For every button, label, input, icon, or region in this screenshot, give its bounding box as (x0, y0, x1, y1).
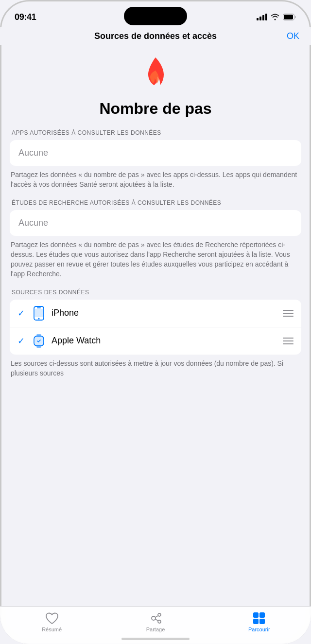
source-item-applewatch[interactable]: ✓ Apple Watch (10, 327, 301, 355)
svg-rect-3 (37, 307, 41, 308)
heart-icon (45, 611, 59, 625)
svg-rect-17 (253, 619, 259, 624)
status-icons (257, 14, 296, 20)
tab-parcourir-label: Parcourir (248, 626, 270, 632)
home-indicator (121, 638, 190, 640)
grid-icon (252, 611, 266, 625)
apps-description: Partagez les données « du nombre de pas … (11, 170, 301, 190)
ok-button[interactable]: OK (287, 31, 299, 41)
flame-icon (136, 55, 175, 94)
tab-resume[interactable]: Résumé (33, 611, 71, 632)
status-time: 09:41 (15, 12, 36, 22)
watch-check-icon: ✓ (17, 336, 26, 346)
svg-line-13 (156, 616, 158, 617)
apps-value: Aucune (18, 148, 48, 158)
iphone-name: iPhone (52, 308, 277, 318)
tab-resume-label: Résumé (42, 626, 62, 632)
tab-partage[interactable]: Partage (136, 611, 175, 632)
svg-rect-8 (36, 346, 41, 348)
iphone-check-icon: ✓ (17, 308, 26, 319)
sources-description: Les sources ci-dessus sont autorisées à … (11, 358, 301, 378)
source-item-iphone[interactable]: ✓ iPhone (10, 300, 301, 327)
tab-parcourir[interactable]: Parcourir (240, 611, 278, 632)
svg-point-11 (158, 613, 161, 616)
apps-card: Aucune (10, 140, 301, 166)
sources-section-label: SOURCES DES DONNÉES (12, 289, 301, 296)
sources-card: ✓ iPhone ✓ (10, 300, 301, 355)
apps-section-label: APPS AUTORISÉES À CONSULTER LES DONNÉES (12, 129, 301, 136)
svg-point-12 (158, 620, 161, 623)
svg-rect-7 (36, 334, 41, 336)
studies-card: Aucune (10, 210, 301, 236)
watch-name: Apple Watch (52, 336, 277, 346)
watch-handle-icon (283, 338, 294, 344)
signal-bars-icon (257, 14, 267, 20)
wifi-icon (271, 14, 279, 20)
app-icon-container (10, 55, 301, 94)
tab-partage-label: Partage (146, 626, 165, 632)
svg-line-14 (156, 619, 158, 621)
share-icon (149, 611, 162, 625)
svg-point-4 (38, 318, 40, 319)
watch-icon (32, 334, 46, 348)
svg-point-10 (152, 616, 156, 620)
iphone-handle-icon (283, 310, 294, 317)
studies-description: Partagez les données « du nombre de pas … (11, 240, 301, 279)
svg-rect-1 (284, 15, 293, 19)
studies-value: Aucune (18, 218, 48, 228)
svg-rect-16 (259, 612, 265, 618)
phone-frame: 09:41 (0, 0, 311, 644)
iphone-icon (32, 306, 46, 320)
content-area: Nombre de pas APPS AUTORISÉES À CONSULTE… (0, 45, 311, 388)
svg-rect-15 (253, 612, 259, 618)
nav-title: Sources de données et accès (94, 31, 217, 41)
studies-section-label: ÉTUDES DE RECHERCHE AUTORISÉES À CONSULT… (12, 199, 301, 206)
page-title: Nombre de pas (10, 100, 301, 118)
svg-rect-5 (35, 309, 43, 317)
battery-icon (283, 14, 296, 20)
svg-rect-18 (259, 619, 265, 624)
dynamic-island (124, 7, 187, 25)
nav-bar: Sources de données et accès OK (0, 27, 311, 45)
